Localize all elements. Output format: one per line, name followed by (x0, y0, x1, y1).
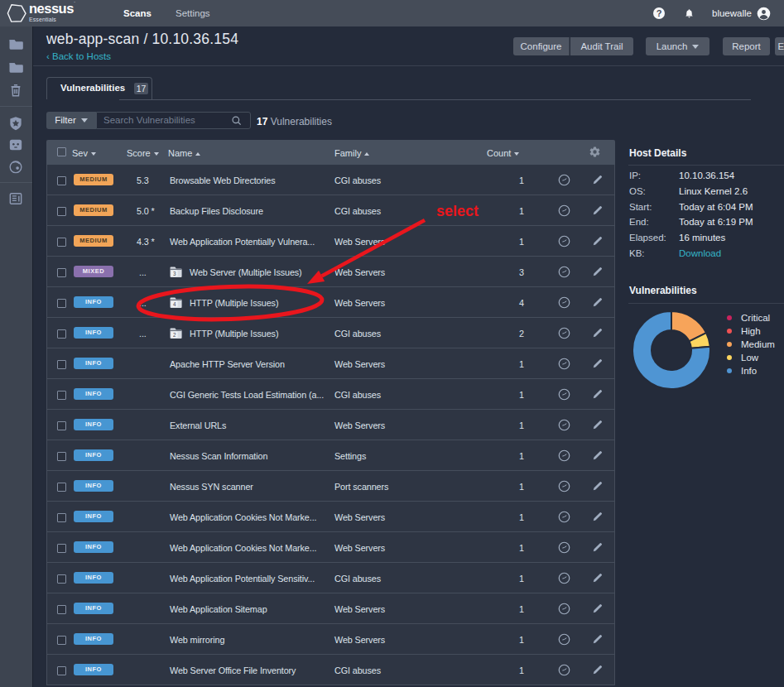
svg-text:4: 4 (173, 300, 176, 306)
svg-text:2: 2 (173, 331, 176, 337)
svg-text:3: 3 (173, 270, 176, 276)
